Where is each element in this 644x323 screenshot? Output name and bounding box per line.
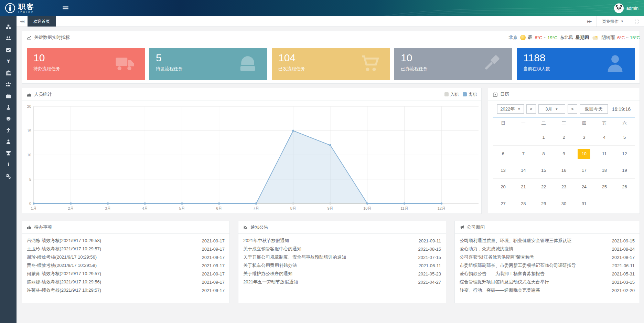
podium-icon[interactable] bbox=[0, 102, 17, 113]
child-icon[interactable] bbox=[0, 125, 17, 136]
stat-card-0[interactable]: 10待办流程任务 bbox=[27, 48, 145, 80]
list-item-text: 综合管理提升项目签约及启动仪式在天台举行 bbox=[460, 279, 549, 285]
calendar-date-cell[interactable]: 6 bbox=[493, 146, 513, 162]
user-avatar[interactable] bbox=[614, 3, 624, 13]
calendar-date-cell[interactable]: 11 bbox=[594, 146, 614, 162]
list-item[interactable]: 综合管理提升项目签约及启动仪式在天台举行2021-03-15 bbox=[460, 278, 635, 286]
calendar-date-cell[interactable]: 15 bbox=[534, 162, 554, 178]
calendar-date-cell[interactable]: 30 bbox=[554, 195, 574, 212]
calendar-date-cell[interactable]: 23 bbox=[554, 179, 574, 195]
list-item[interactable]: 关于维护办公秩序的通知2021-05-23 bbox=[243, 270, 441, 278]
calendar-date-cell[interactable]: 8 bbox=[534, 146, 554, 162]
gears-icon[interactable] bbox=[0, 170, 17, 182]
list-item-text: 转变、行动、突破——迎新晚会完美谢幕 bbox=[460, 287, 540, 293]
calendar-date-cell[interactable]: 9 bbox=[554, 146, 574, 162]
list-item-text: 爱心捐款公告——为装卸工杨家青募捐报告 bbox=[460, 271, 545, 277]
main-content: 关键数据实时指标 北京 霾 6°C ~ 19°C 东北风 星期四 阴转雨 6°C… bbox=[17, 27, 644, 323]
list-item[interactable]: 吕尧栋-绩效考核(2021/9/17 10:29:58)2021-09-17 bbox=[27, 237, 225, 245]
list-item[interactable]: 公司顺利通过质量、环境、职业健康安全管理三体系认证2021-09-15 bbox=[460, 237, 635, 245]
list-item[interactable]: 爱心助力，众志成城抗疫情2021-08-24 bbox=[460, 245, 635, 253]
app-logo: 职客 IZHIKE bbox=[0, 3, 54, 13]
bank-icon[interactable] bbox=[0, 67, 17, 79]
calendar-date-cell[interactable]: 4 bbox=[594, 129, 614, 145]
calendar-date-cell[interactable]: 10 bbox=[574, 146, 594, 162]
list-item[interactable]: 许菊林-绩效考核(2021/9/17 10:29:57)2021-09-17 bbox=[27, 286, 225, 294]
calendar-prev-month-button[interactable]: < bbox=[526, 104, 536, 114]
list-item[interactable]: 市委组织部副部长、市委两新工委项书记莅临公司调研指导2021-06-11 bbox=[460, 261, 635, 270]
user-menu[interactable]: admin bbox=[614, 3, 638, 13]
calendar-date-cell[interactable]: 2 bbox=[554, 129, 574, 145]
calendar-month-select[interactable]: 3月▼ bbox=[538, 104, 565, 114]
calendar-today-highlight[interactable]: 10 bbox=[578, 149, 590, 159]
trophy-icon[interactable] bbox=[0, 147, 17, 159]
calendar-back-today-button[interactable]: 返回今天 bbox=[580, 104, 608, 114]
list-item-text: 谢珍-绩效考核(2021/9/17 10:29:56) bbox=[27, 254, 97, 260]
fullscreen-button[interactable] bbox=[629, 16, 644, 27]
legend-item[interactable]: 离职 bbox=[463, 92, 477, 97]
check-square-icon[interactable] bbox=[0, 44, 17, 56]
calendar-date-cell[interactable]: 21 bbox=[513, 179, 534, 195]
calendar-date-cell[interactable]: 13 bbox=[493, 162, 513, 178]
stat-card-1[interactable]: 5待发流程任务 bbox=[149, 48, 267, 80]
calendar-date-cell[interactable]: 7 bbox=[513, 146, 534, 162]
list-item[interactable]: 陈丽娜-绩效考核(2021/9/17 10:29:56)2021-09-17 bbox=[27, 278, 225, 286]
list-item[interactable]: 王卫玲-绩效考核(2021/9/17 10:29:57)2021-09-17 bbox=[27, 245, 225, 253]
list-item-date: 2021-08-24 bbox=[612, 247, 635, 252]
calendar-date-cell[interactable]: 24 bbox=[574, 179, 594, 195]
calendar-date-cell[interactable]: 12 bbox=[614, 146, 635, 162]
calendar-date-cell[interactable]: 16 bbox=[554, 162, 574, 178]
username-label: admin bbox=[626, 6, 638, 11]
list-item[interactable]: 关于开展公司规章制度、安全与事故预防培训的通知2021-07-15 bbox=[243, 253, 441, 261]
yen-icon[interactable]: ¥ bbox=[0, 56, 17, 67]
legend-item[interactable]: 入职 bbox=[444, 92, 459, 97]
tabs-scroll-right-button[interactable]: ▶▶ bbox=[582, 16, 597, 27]
list-item[interactable]: 2021年五一劳动节放假通知2021-04-27 bbox=[243, 278, 441, 286]
calendar-date-cell[interactable]: 26 bbox=[614, 179, 635, 195]
stat-card-4[interactable]: 1188当前在职人数 bbox=[517, 48, 635, 80]
stat-card-2[interactable]: 104已发流程任务 bbox=[272, 48, 390, 80]
list-item[interactable]: 何蒙肖-绩效考核(2021/9/17 10:29:57)2021-09-17 bbox=[27, 270, 225, 278]
list-item[interactable]: 关于成立销管客服中心的通知2021-08-15 bbox=[243, 245, 441, 253]
tabs-scroll-left-button[interactable]: ◀◀ bbox=[17, 16, 28, 27]
calendar-next-month-button[interactable]: > bbox=[568, 104, 577, 114]
stat-card-3[interactable]: 10已办流程任务 bbox=[394, 48, 512, 80]
calendar-date-cell[interactable]: 5 bbox=[614, 129, 635, 145]
user-icon[interactable] bbox=[0, 136, 17, 147]
list-item-date: 2021-09-17 bbox=[202, 288, 225, 293]
calendar-date-cell[interactable]: 22 bbox=[534, 179, 554, 195]
calendar-date-cell[interactable]: 31 bbox=[574, 195, 594, 212]
calendar-date-cell[interactable]: 3 bbox=[574, 129, 594, 145]
list-item[interactable]: 关于私车公用费用补贴办法2021-06-11 bbox=[243, 261, 441, 270]
list-item[interactable]: 谢珍-绩效考核(2021/9/17 10:29:56)2021-09-17 bbox=[27, 253, 225, 261]
calendar-date-cell[interactable]: 28 bbox=[513, 195, 534, 212]
group-icon[interactable] bbox=[0, 79, 17, 90]
sidebar-toggle-button[interactable] bbox=[63, 6, 68, 11]
graduation-cap-icon[interactable] bbox=[0, 113, 17, 124]
notice-panel-title: 通知公告 bbox=[250, 224, 268, 230]
cubes-icon[interactable] bbox=[0, 21, 17, 33]
calendar-date-cell[interactable]: 25 bbox=[594, 179, 614, 195]
list-item[interactable]: 爱心捐款公告——为装卸工杨家青募捐报告2021-05-31 bbox=[460, 270, 635, 278]
weather-temp-low-1: 6°C bbox=[535, 35, 543, 40]
list-item[interactable]: 2021年中秋节放假通知2021-09-11 bbox=[243, 237, 441, 245]
calendar-date-cell[interactable]: 20 bbox=[493, 179, 513, 195]
calendar-date-cell[interactable]: 27 bbox=[493, 195, 513, 212]
list-item[interactable]: 公司喜获“浙江省优秀供应商”荣誉称号2021-08-17 bbox=[460, 253, 635, 261]
list-item[interactable]: 转变、行动、突破——迎新晚会完美谢幕2021-02-20 bbox=[460, 286, 635, 294]
calendar-date-cell[interactable]: 29 bbox=[534, 195, 554, 212]
list-item[interactable]: 曹冬-绩效考核(2021/9/17 10:29:58)2021-09-17 bbox=[27, 261, 225, 270]
calendar-date-cell[interactable]: 19 bbox=[614, 162, 635, 178]
calendar-date-cell[interactable]: 1 bbox=[534, 129, 554, 145]
calendar-date-cell[interactable]: 14 bbox=[513, 162, 534, 178]
calendar-empty-cell bbox=[594, 195, 614, 212]
tab-operations-dropdown[interactable]: 页签操作 ▼ bbox=[597, 16, 629, 27]
tab-home[interactable]: 欢迎首页 bbox=[28, 16, 56, 27]
calendar-date-cell[interactable]: 17 bbox=[574, 162, 594, 178]
svg-text:0: 0 bbox=[29, 201, 31, 206]
calendar-year-select[interactable]: 2022年▼ bbox=[497, 104, 524, 114]
info-icon[interactable]: i bbox=[0, 159, 17, 170]
team-icon[interactable] bbox=[0, 33, 17, 44]
briefcase-icon[interactable] bbox=[0, 90, 17, 102]
calendar-date-cell[interactable]: 18 bbox=[594, 162, 614, 178]
list-item-text: 许菊林-绩效考核(2021/9/17 10:29:57) bbox=[27, 287, 101, 293]
